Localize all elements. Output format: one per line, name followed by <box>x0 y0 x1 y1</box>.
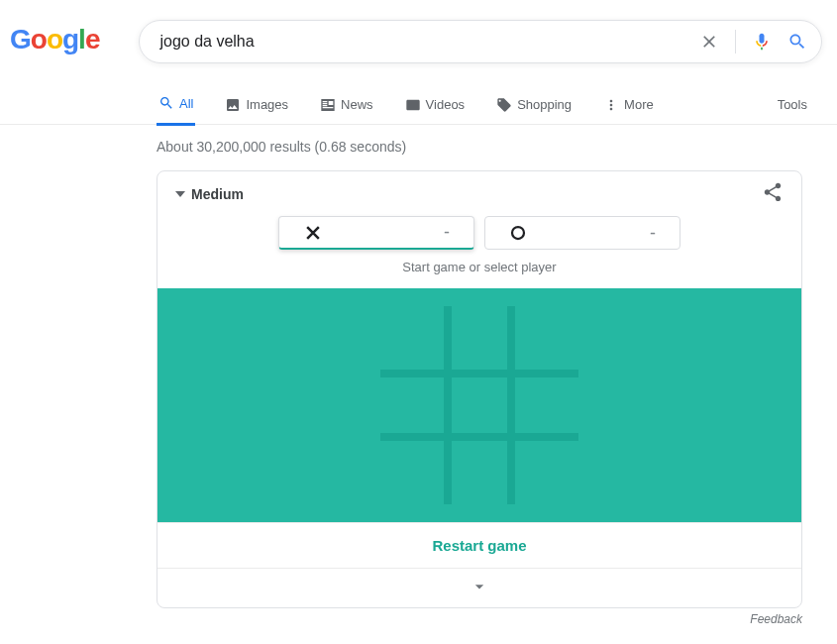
tools-link[interactable]: Tools <box>778 97 807 112</box>
board-cell-1[interactable] <box>448 306 511 370</box>
board-cell-0[interactable] <box>380 306 444 370</box>
x-score: - <box>444 222 450 243</box>
news-icon <box>320 97 336 113</box>
shopping-icon <box>496 97 512 113</box>
o-score: - <box>650 223 656 244</box>
logo-letter: l <box>78 24 85 55</box>
difficulty-dropdown[interactable]: Medium <box>175 186 244 202</box>
tab-label: News <box>341 97 373 112</box>
difficulty-label: Medium <box>191 186 244 202</box>
o-icon <box>509 224 527 242</box>
tab-news[interactable]: News <box>318 97 375 125</box>
tic-tac-toe-card: Medium - - Start game or select player <box>157 170 802 608</box>
logo-letter: e <box>85 24 100 55</box>
tab-label: All <box>179 96 193 111</box>
mic-icon[interactable] <box>752 32 772 52</box>
logo-letter: o <box>47 24 62 55</box>
tab-label: Videos <box>426 97 466 112</box>
tab-images[interactable]: Images <box>223 97 290 125</box>
feedback-link[interactable]: Feedback <box>157 612 802 626</box>
tab-label: Shopping <box>517 97 572 112</box>
tab-label: More <box>624 97 654 112</box>
result-stats: About 30,200,000 results (0.68 seconds) <box>157 139 837 155</box>
google-logo[interactable]: Google <box>10 24 99 55</box>
svg-point-0 <box>512 227 524 239</box>
player-x-button[interactable]: - <box>278 216 474 250</box>
search-icon <box>158 95 174 111</box>
logo-letter: G <box>10 24 31 55</box>
video-icon <box>405 97 421 113</box>
board-cell-6[interactable] <box>380 441 444 504</box>
logo-letter: g <box>62 24 78 55</box>
game-hint: Start game or select player <box>157 256 801 288</box>
chevron-down-icon <box>470 577 489 596</box>
chevron-down-icon <box>175 189 185 199</box>
tab-all[interactable]: All <box>157 95 195 126</box>
player-o-button[interactable]: - <box>484 216 680 250</box>
board-cell-4[interactable] <box>448 374 511 437</box>
board-cell-3[interactable] <box>380 374 444 437</box>
expand-button[interactable] <box>157 569 801 607</box>
board-cell-5[interactable] <box>515 374 578 437</box>
share-icon[interactable] <box>762 181 784 206</box>
tab-videos[interactable]: Videos <box>403 97 468 125</box>
board-cell-8[interactable] <box>515 441 578 504</box>
logo-letter: o <box>31 24 47 55</box>
search-input[interactable] <box>157 32 699 52</box>
board-cell-7[interactable] <box>448 441 511 504</box>
tab-label: Images <box>246 97 288 112</box>
more-vert-icon <box>603 97 619 113</box>
search-icon[interactable] <box>787 32 807 52</box>
search-tabs: All Images News Videos Shopping More Too… <box>0 85 837 125</box>
game-board-area <box>157 288 801 522</box>
restart-button[interactable]: Restart game <box>157 522 801 569</box>
tab-more[interactable]: More <box>601 97 656 125</box>
x-icon <box>303 223 323 243</box>
game-board <box>380 306 578 504</box>
tab-shopping[interactable]: Shopping <box>494 97 574 125</box>
image-icon <box>225 97 241 113</box>
search-bar[interactable] <box>139 20 822 63</box>
divider <box>735 30 736 54</box>
board-cell-2[interactable] <box>515 306 578 370</box>
clear-icon[interactable] <box>699 32 719 52</box>
